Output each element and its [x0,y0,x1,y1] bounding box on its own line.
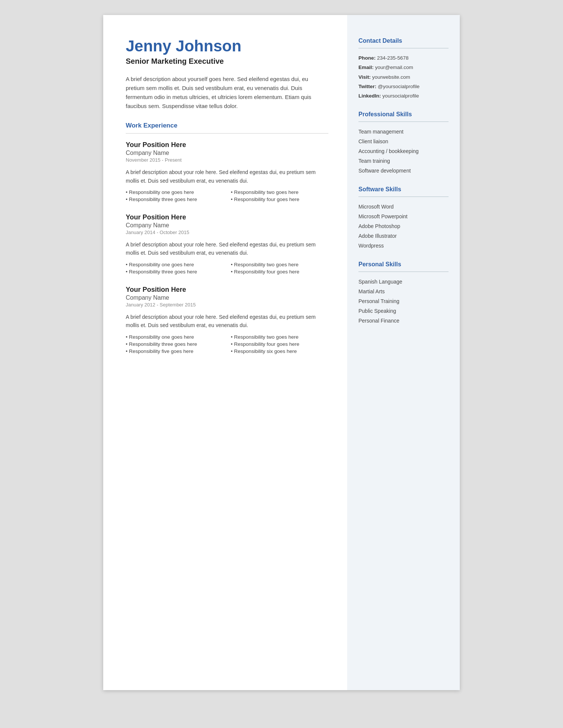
contact-section: Contact Details Phone: 234-235-5678 Emai… [358,38,449,100]
responsibility-item: Responsibility one goes here [126,189,223,195]
responsibility-item: Responsibility four goes here [231,197,328,202]
personal-skill-item: Personal Training [358,297,449,305]
software-skill-item: Wordpress [358,242,449,250]
bio-text: A brief description about yourself goes … [126,75,328,111]
responsibility-item: Responsibility three goes here [126,197,223,202]
job-0: Your Position Here Company Name November… [126,141,328,202]
responsibility-item: Responsibility four goes here [231,341,328,347]
job-title: Your Position Here [126,286,328,294]
twitter-label: Twitter: [358,84,376,89]
responsibilities-grid: Responsibility one goes hereResponsibili… [126,262,328,275]
resume-page: Jenny Johnson Senior Marketing Executive… [103,15,460,690]
professional-skills-list: Team managementClient liaisonAccounting … [358,128,449,175]
main-content: Jenny Johnson Senior Marketing Executive… [103,15,347,690]
linkedin-label: LinkedIn: [358,93,381,99]
job-1: Your Position Here Company Name January … [126,213,328,275]
personal-skills-heading: Personal Skills [358,261,449,268]
responsibility-item: Responsibility two goes here [231,262,328,267]
contact-phone: Phone: 234-235-5678 [358,54,449,62]
responsibility-item: Responsibility one goes here [126,334,223,340]
software-skills-divider [358,197,449,197]
professional-skills-section: Professional Skills Team managementClien… [358,111,449,175]
responsibilities-grid: Responsibility one goes hereResponsibili… [126,189,328,202]
personal-skills-divider [358,272,449,272]
responsibility-item: Responsibility four goes here [231,269,328,275]
visit-label: Visit: [358,74,371,80]
software-skill-item: Microsoft Powerpoint [358,213,449,221]
responsibility-item: Responsibility five goes here [126,348,223,354]
responsibility-item: Responsibility three goes here [126,341,223,347]
phone-value: 234-235-5678 [377,55,409,61]
email-label: Email: [358,65,374,70]
job-title: Your Position Here [126,213,328,221]
candidate-title: Senior Marketing Executive [126,57,328,66]
twitter-value: @yoursocialprofile [378,84,420,89]
job-title: Your Position Here [126,141,328,149]
software-skills-heading: Software Skills [358,186,449,193]
visit-value: yourwebsite.com [372,74,410,80]
email-value: your@email.com [375,65,413,70]
software-skill-item: Adobe Photoshop [358,222,449,230]
professional-skill-item: Accounting / bookkeeping [358,147,449,155]
work-experience-divider [126,133,328,134]
contact-linkedin: LinkedIn: yoursocialprofile [358,92,449,100]
professional-skill-item: Client liaison [358,138,449,146]
responsibility-item: Responsibility six goes here [231,348,328,354]
personal-skill-item: Spanish Language [358,278,449,286]
job-description: A brief description about your role here… [126,240,328,257]
jobs-container: Your Position Here Company Name November… [126,141,328,354]
job-dates: November 2015 - Present [126,157,328,163]
personal-skills-list: Spanish LanguageMartial ArtsPersonal Tra… [358,278,449,325]
company-name: Company Name [126,150,328,156]
job-dates: January 2012 - September 2015 [126,302,328,308]
responsibilities-grid: Responsibility one goes hereResponsibili… [126,334,328,354]
responsibility-item: Responsibility two goes here [231,334,328,340]
job-2: Your Position Here Company Name January … [126,286,328,354]
personal-skill-item: Personal Finance [358,317,449,325]
personal-skills-section: Personal Skills Spanish LanguageMartial … [358,261,449,325]
sidebar: Contact Details Phone: 234-235-5678 Emai… [347,15,460,690]
job-description: A brief description about your role here… [126,168,328,185]
personal-skill-item: Public Speaking [358,307,449,315]
linkedin-value: yoursocialprofile [382,93,419,99]
contact-divider [358,48,449,48]
contact-heading: Contact Details [358,38,449,44]
software-skills-list: Microsoft WordMicrosoft PowerpointAdobe … [358,203,449,250]
responsibility-item: Responsibility one goes here [126,262,223,267]
contact-visit: Visit: yourwebsite.com [358,74,449,81]
job-dates: January 2014 - October 2015 [126,230,328,235]
professional-skills-divider [358,122,449,122]
software-skills-section: Software Skills Microsoft WordMicrosoft … [358,186,449,250]
candidate-name: Jenny Johnson [126,38,328,55]
software-skill-item: Adobe Illustrator [358,232,449,240]
responsibility-item: Responsibility three goes here [126,269,223,275]
personal-skill-item: Martial Arts [358,288,449,296]
job-description: A brief description about your role here… [126,313,328,330]
contact-twitter: Twitter: @yoursocialprofile [358,83,449,90]
professional-skill-item: Team management [358,128,449,136]
responsibility-item: Responsibility two goes here [231,189,328,195]
professional-skill-item: Team training [358,157,449,165]
software-skill-item: Microsoft Word [358,203,449,211]
company-name: Company Name [126,222,328,229]
professional-skill-item: Software development [358,167,449,175]
work-experience-heading: Work Experience [126,122,328,129]
contact-email: Email: your@email.com [358,64,449,71]
professional-skills-heading: Professional Skills [358,111,449,118]
phone-label: Phone: [358,55,376,61]
company-name: Company Name [126,294,328,301]
